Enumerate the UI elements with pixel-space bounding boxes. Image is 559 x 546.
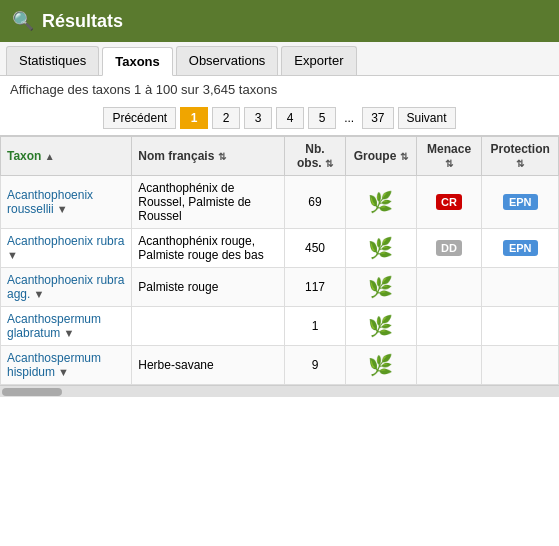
cell-nb-obs: 450: [285, 229, 345, 268]
cell-protection: EPN: [482, 229, 559, 268]
cell-nb-obs: 117: [285, 268, 345, 307]
cell-protection: [482, 268, 559, 307]
plant-icon: 🌿: [368, 191, 393, 213]
horizontal-scrollbar[interactable]: [0, 385, 559, 397]
cell-protection: [482, 307, 559, 346]
cell-taxon: Acanthospermum glabratum ▼: [1, 307, 132, 346]
filter-icon[interactable]: ▼: [55, 366, 69, 378]
cell-nb-obs: 69: [285, 176, 345, 229]
badge-cr: CR: [436, 194, 462, 210]
plant-icon: 🌿: [368, 237, 393, 259]
cell-menace: [416, 307, 482, 346]
sort-protection-icon[interactable]: ⇅: [516, 158, 524, 169]
tab-observations[interactable]: Observations: [176, 46, 279, 75]
table-row: Acanthophoenix rubra agg. ▼Palmiste roug…: [1, 268, 559, 307]
cell-taxon: Acanthophoenix roussellii ▼: [1, 176, 132, 229]
cell-protection: [482, 346, 559, 385]
cell-nom-fr: [132, 307, 285, 346]
next-page-button[interactable]: Suivant: [398, 107, 456, 129]
taxon-link[interactable]: Acanthophoenix roussellii: [7, 188, 93, 216]
page-2-button[interactable]: 2: [212, 107, 240, 129]
col-header-protection[interactable]: Protection ⇅: [482, 137, 559, 176]
cell-nom-fr: Herbe-savane: [132, 346, 285, 385]
filter-icon[interactable]: ▼: [7, 249, 18, 261]
badge-epn: EPN: [503, 240, 538, 256]
col-header-menace[interactable]: Menace ⇅: [416, 137, 482, 176]
cell-nom-fr: Acanthophénix de Roussel, Palmiste de Ro…: [132, 176, 285, 229]
sort-taxon-icon[interactable]: ▲: [45, 151, 55, 162]
col-header-nom-fr[interactable]: Nom français ⇅: [132, 137, 285, 176]
cell-nb-obs: 1: [285, 307, 345, 346]
tab-bar: Statistiques Taxons Observations Exporte…: [0, 42, 559, 76]
cell-nb-obs: 9: [285, 346, 345, 385]
page-ellipsis: ...: [340, 108, 358, 128]
table-row: Acanthophoenix rubra ▼Acanthophénix roug…: [1, 229, 559, 268]
table-row: Acanthospermum glabratum ▼1🌿: [1, 307, 559, 346]
page-title: Résultats: [42, 11, 123, 32]
taxon-link[interactable]: Acanthophoenix rubra agg.: [7, 273, 124, 301]
col-header-groupe[interactable]: Groupe ⇅: [345, 137, 416, 176]
cell-taxon: Acanthospermum hispidum ▼: [1, 346, 132, 385]
scrollbar-thumb[interactable]: [2, 388, 62, 396]
cell-menace: CR: [416, 176, 482, 229]
cell-menace: DD: [416, 229, 482, 268]
cell-taxon: Acanthophoenix rubra agg. ▼: [1, 268, 132, 307]
col-header-nb-obs[interactable]: Nb. obs. ⇅: [285, 137, 345, 176]
prev-page-button[interactable]: Précédent: [103, 107, 176, 129]
page-4-button[interactable]: 4: [276, 107, 304, 129]
cell-menace: [416, 346, 482, 385]
cell-protection: EPN: [482, 176, 559, 229]
tab-exporter[interactable]: Exporter: [281, 46, 356, 75]
cell-nom-fr: Palmiste rouge: [132, 268, 285, 307]
plant-icon: 🌿: [368, 315, 393, 337]
plant-icon: 🌿: [368, 354, 393, 376]
cell-groupe: 🌿: [345, 268, 416, 307]
taxon-link[interactable]: Acanthospermum glabratum: [7, 312, 101, 340]
info-bar: Affichage des taxons 1 à 100 sur 3,645 t…: [0, 76, 559, 103]
sort-nom-fr-icon[interactable]: ⇅: [218, 151, 226, 162]
badge-epn: EPN: [503, 194, 538, 210]
filter-icon[interactable]: ▼: [30, 288, 44, 300]
results-table-wrapper: Taxon ▲ Nom français ⇅ Nb. obs. ⇅ Groupe…: [0, 135, 559, 385]
cell-groupe: 🌿: [345, 229, 416, 268]
cell-taxon: Acanthophoenix rubra ▼: [1, 229, 132, 268]
app-header: 🔍 Résultats: [0, 0, 559, 42]
tab-statistiques[interactable]: Statistiques: [6, 46, 99, 75]
pagination: Précédent 1 2 3 4 5 ... 37 Suivant: [0, 103, 559, 135]
col-header-taxon[interactable]: Taxon ▲: [1, 137, 132, 176]
sort-menace-icon[interactable]: ⇅: [445, 158, 453, 169]
page-3-button[interactable]: 3: [244, 107, 272, 129]
table-row: Acanthospermum hispidum ▼Herbe-savane9🌿: [1, 346, 559, 385]
search-icon: 🔍: [12, 10, 34, 32]
results-table: Taxon ▲ Nom français ⇅ Nb. obs. ⇅ Groupe…: [0, 136, 559, 385]
table-header-row: Taxon ▲ Nom français ⇅ Nb. obs. ⇅ Groupe…: [1, 137, 559, 176]
filter-icon[interactable]: ▼: [54, 203, 68, 215]
cell-groupe: 🌿: [345, 176, 416, 229]
tab-taxons[interactable]: Taxons: [102, 47, 173, 76]
sort-groupe-icon[interactable]: ⇅: [400, 151, 408, 162]
table-row: Acanthophoenix roussellii ▼Acanthophénix…: [1, 176, 559, 229]
sort-nb-obs-icon[interactable]: ⇅: [325, 158, 333, 169]
filter-icon[interactable]: ▼: [60, 327, 74, 339]
page-1-button[interactable]: 1: [180, 107, 208, 129]
cell-groupe: 🌿: [345, 307, 416, 346]
cell-menace: [416, 268, 482, 307]
cell-nom-fr: Acanthophénix rouge, Palmiste rouge des …: [132, 229, 285, 268]
page-5-button[interactable]: 5: [308, 107, 336, 129]
taxon-link[interactable]: Acanthophoenix rubra: [7, 234, 124, 248]
cell-groupe: 🌿: [345, 346, 416, 385]
page-37-button[interactable]: 37: [362, 107, 393, 129]
badge-dd: DD: [436, 240, 462, 256]
plant-icon: 🌿: [368, 276, 393, 298]
